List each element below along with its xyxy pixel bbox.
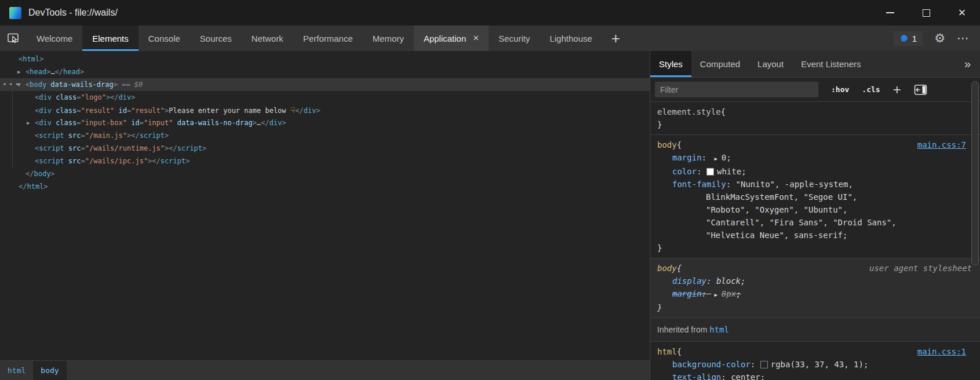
rule-selector[interactable]: body: [657, 138, 677, 151]
css-property-value[interactable]: 8px: [722, 289, 736, 298]
code-token: </: [152, 157, 160, 165]
colon: :: [706, 276, 716, 286]
tab-lighthouse[interactable]: Lighthouse: [540, 25, 602, 51]
new-style-rule-button[interactable]: +: [893, 82, 901, 98]
tree-node[interactable]: </body>: [0, 167, 650, 180]
sidebar-tab-event-listeners[interactable]: Event Listeners: [792, 51, 869, 77]
close-tab-icon[interactable]: ×: [473, 32, 479, 44]
expand-shorthand-icon[interactable]: ▶: [714, 152, 717, 165]
tree-node[interactable]: <script src="/main.js"></script>: [0, 129, 650, 142]
tab-strip: WelcomeElementsConsoleSourcesNetworkPerf…: [27, 25, 626, 51]
expand-arrow-icon[interactable]: ▶: [17, 65, 20, 78]
toggle-class-button[interactable]: .cls: [862, 85, 880, 94]
semicolon: ;: [843, 231, 847, 240]
tab-welcome[interactable]: Welcome: [27, 25, 82, 51]
expand-arrow-icon[interactable]: ▶: [27, 116, 30, 129]
css-property-value[interactable]: center: [731, 372, 760, 380]
sidebar-tab-layout[interactable]: Layout: [749, 51, 792, 77]
more-options-button[interactable]: ⋯: [957, 31, 970, 45]
code-token: =: [140, 119, 144, 127]
minimize-button[interactable]: [872, 0, 908, 25]
css-declaration: text-align: center;: [657, 371, 974, 380]
tree-node[interactable]: ▶<div class="input-box" id="input" data-…: [0, 116, 650, 129]
code-token: >: [253, 119, 257, 127]
rule-selector[interactable]: html: [657, 345, 677, 358]
css-property-name[interactable]: text-align: [672, 372, 721, 380]
tree-node[interactable]: ▶<head>…</head>: [0, 65, 650, 78]
css-declaration: margin: ▶0;: [657, 151, 974, 165]
code-token: html: [27, 182, 43, 191]
code-token: "input-box": [81, 119, 127, 127]
semicolon: ;: [736, 289, 741, 298]
toggle-hover-state-button[interactable]: :hov: [831, 85, 849, 94]
color-swatch[interactable]: [760, 361, 768, 368]
css-declaration: background-color: rgba(33, 37, 43, 1);: [657, 358, 974, 371]
semicolon: ;: [864, 360, 868, 369]
three-dots-icon: ⋯: [957, 31, 970, 45]
tab-network[interactable]: Network: [242, 25, 293, 51]
elements-tree: <html>▶<head>…</head>•••▼<body data-wail…: [0, 51, 650, 360]
rule-selector[interactable]: body: [657, 262, 677, 275]
styles-filter-input[interactable]: [655, 82, 818, 97]
code-token: "input": [144, 119, 173, 127]
stylesheet-link[interactable]: main.css:7: [917, 138, 974, 151]
tree-node[interactable]: <div class="logo"></div>: [0, 91, 650, 104]
css-property-name[interactable]: margin: [672, 153, 702, 162]
tab-console[interactable]: Console: [139, 25, 190, 51]
tab-security[interactable]: Security: [489, 25, 540, 51]
more-sidebar-tabs-button[interactable]: »: [955, 51, 980, 77]
devtools-app-icon: [9, 7, 21, 19]
tab-sources[interactable]: Sources: [190, 25, 242, 51]
code-token: >: [114, 81, 118, 89]
tree-node[interactable]: •••▼<body data-wails-drag> == $0: [0, 78, 650, 91]
code-token: =: [81, 157, 85, 165]
inspect-element-button[interactable]: [0, 25, 27, 51]
issues-button[interactable]: 1: [894, 31, 923, 46]
css-property-name[interactable]: font-family: [672, 180, 726, 189]
code-token: </: [55, 68, 63, 76]
tab-elements[interactable]: Elements: [82, 25, 139, 51]
expand-shorthand-icon[interactable]: ▶: [714, 288, 717, 301]
css-property-name[interactable]: color: [672, 167, 697, 176]
settings-button[interactable]: ⚙: [934, 31, 945, 45]
css-property-name[interactable]: margin: [672, 289, 702, 298]
computed-styles-sidebar-toggle-button[interactable]: [914, 84, 927, 96]
breadcrumb-item-html[interactable]: html: [0, 361, 33, 380]
colon: :: [751, 360, 760, 369]
css-declaration: color: white;: [657, 165, 974, 178]
inherited-node-link[interactable]: html: [709, 325, 729, 334]
breadcrumb-item-body[interactable]: body: [33, 361, 66, 380]
code-token: class: [52, 107, 76, 115]
css-property-name[interactable]: background-color: [672, 360, 751, 369]
code-token: script: [177, 144, 202, 152]
code-token: div: [39, 93, 52, 101]
tab-performance[interactable]: Performance: [293, 25, 363, 51]
css-property-name[interactable]: display: [672, 276, 706, 286]
code-token: script: [39, 144, 64, 152]
maximize-button[interactable]: [908, 0, 944, 25]
sidebar-tab-styles[interactable]: Styles: [650, 51, 691, 77]
css-property-value[interactable]: white: [717, 167, 741, 176]
css-property-value[interactable]: rgba(33, 37, 43, 1): [771, 360, 864, 369]
tab-memory[interactable]: Memory: [363, 25, 414, 51]
color-swatch[interactable]: [706, 168, 714, 176]
code-token: data-wails-no-drag: [173, 119, 253, 127]
tree-node[interactable]: <script src="/wails/ipc.js"></script>: [0, 155, 650, 167]
tab-label: Welcome: [37, 34, 72, 43]
code-token: >: [80, 68, 84, 76]
tree-node[interactable]: <div class="result" id="result">Please e…: [0, 104, 650, 116]
scrollbar-thumb[interactable]: [971, 81, 979, 265]
tab-application[interactable]: Application×: [414, 25, 489, 51]
new-tab-button[interactable]: +: [606, 25, 626, 51]
collapse-arrow-icon[interactable]: ▼: [17, 78, 20, 91]
stylesheet-link[interactable]: main.css:1: [917, 345, 974, 358]
close-button[interactable]: ×: [944, 0, 980, 25]
tree-node[interactable]: <html>: [0, 53, 650, 65]
tree-node[interactable]: <script src="/wails/runtime.js"></script…: [0, 142, 650, 155]
code-token: "logo": [81, 93, 106, 101]
style-rule: element.style {}: [650, 102, 980, 135]
rule-selector[interactable]: element.style: [657, 105, 721, 118]
css-property-value[interactable]: block: [716, 276, 741, 286]
tree-node[interactable]: </html>: [0, 180, 650, 193]
sidebar-tab-computed[interactable]: Computed: [691, 51, 749, 77]
